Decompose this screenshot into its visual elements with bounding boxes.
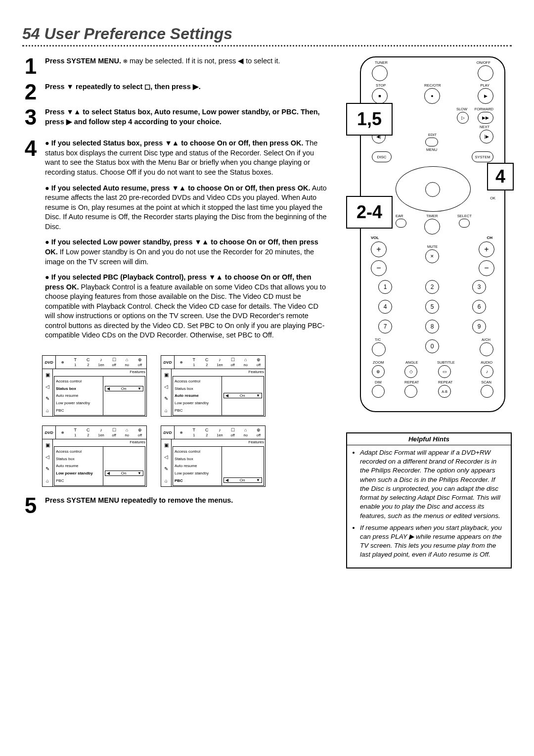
ok-button[interactable] — [425, 182, 440, 197]
menu-screenshot: DVD⎈T1C2♪1en☐off⌂no⊕off▣◁✎⌂FeaturesAcces… — [42, 425, 147, 487]
timer-button[interactable] — [424, 219, 440, 235]
ach-button[interactable] — [480, 342, 493, 356]
label-ach: A/CH — [482, 337, 490, 342]
callout-4: 4 — [487, 163, 514, 190]
numpad-9[interactable]: 9 — [472, 320, 486, 333]
page-title: 54 User Preference Settings — [22, 25, 512, 43]
label-ok: OK — [490, 196, 495, 200]
label-repeat: REPEAT — [404, 380, 419, 384]
label-edit: EDIT — [428, 133, 437, 137]
label-audio: AUDIO — [481, 360, 492, 365]
edit-button[interactable] — [425, 138, 438, 146]
ch-up-button[interactable]: + — [479, 241, 494, 257]
subtitle-button[interactable]: ▭ — [438, 365, 451, 378]
step-number: 2 — [22, 82, 39, 102]
numpad-1[interactable]: 1 — [378, 280, 392, 294]
step-2: 2Press ▼ repeatedly to select ◻, then pr… — [22, 82, 329, 102]
repeat-button[interactable] — [404, 385, 417, 398]
menu-screenshot: DVD⎈T1C2♪1en☐off⌂no⊕off▣◁✎⌂FeaturesAcces… — [161, 355, 266, 417]
helpful-hints: Helpful Hints Adapt Disc Format will app… — [346, 432, 512, 568]
label-subtitle: SUBTITLE — [437, 360, 455, 365]
tc-button[interactable] — [372, 342, 386, 356]
step-1: 1Press SYSTEM MENU. ⎈ may be selected. I… — [22, 56, 329, 76]
numpad-2[interactable]: 2 — [425, 280, 439, 294]
rec-button[interactable]: ● — [424, 88, 440, 104]
label-onoff: ON/OFF — [477, 60, 490, 65]
vol-down-button[interactable]: − — [371, 260, 387, 276]
label-stop: STOP — [376, 83, 386, 88]
page-title-text: User Preference Settings — [44, 25, 232, 43]
zoom-button[interactable]: ⊕ — [372, 365, 385, 378]
audio-button[interactable]: ♪ — [481, 365, 493, 378]
callout-1-5: 1,5 — [346, 103, 393, 136]
step-body: ● If you selected Status box, press ▼▲ t… — [45, 139, 329, 346]
step-body: Press SYSTEM MENU repeatedly to remove t… — [45, 496, 233, 516]
step-number: 3 — [22, 107, 39, 133]
onoff-button[interactable] — [478, 65, 493, 81]
label-timer: TIMER — [426, 214, 438, 218]
numpad-3[interactable]: 3 — [472, 280, 486, 294]
page-number: 54 — [22, 25, 40, 43]
angle-button[interactable]: ◇ — [404, 365, 417, 378]
label-vol: VOL — [371, 236, 379, 240]
select-button[interactable] — [459, 219, 470, 228]
label-forward: FORWARD — [475, 107, 493, 111]
label-ch: CH — [487, 236, 492, 240]
label-dim: DIM — [375, 380, 382, 384]
label-zoom: ZOOM — [373, 360, 384, 365]
ear-button[interactable] — [396, 219, 406, 228]
system-button[interactable]: SYSTEM — [472, 151, 493, 162]
label-next: NEXT — [480, 125, 490, 129]
disc-button[interactable]: DISC — [372, 151, 392, 162]
step-5: 5Press SYSTEM MENU repeatedly to remove … — [22, 496, 329, 516]
stop-button[interactable]: ■ — [372, 88, 388, 104]
label-menu: MENU — [426, 147, 437, 152]
label-scan: SCAN — [481, 380, 491, 384]
remote-diagram: TUNER ON/OFF STOP REC/OTR PLAY ■ ● ▶ SLO… — [346, 56, 512, 423]
numpad-6[interactable]: 6 — [472, 300, 486, 314]
slow-button[interactable]: ▷ — [457, 112, 469, 124]
hint-item: Adapt Disc Format will appear if a DVD+R… — [360, 448, 506, 520]
label-tuner: TUNER — [375, 60, 388, 65]
scan-button[interactable] — [481, 385, 493, 398]
label-mute: MUTE — [427, 244, 438, 249]
numpad-7[interactable]: 7 — [378, 320, 392, 333]
play-button[interactable]: ▶ — [478, 88, 493, 104]
vol-up-button[interactable]: + — [371, 241, 387, 257]
numpad-5[interactable]: 5 — [425, 300, 439, 314]
next-button[interactable]: |▶ — [480, 130, 493, 143]
label-play: PLAY — [480, 83, 490, 88]
tuner-button[interactable] — [372, 65, 388, 81]
menu-screenshots: DVD⎈T1C2♪1en☐off⌂no⊕off▣◁✎⌂FeaturesAcces… — [42, 355, 329, 487]
step-body: Press ▼▲ to select Status box, Auto resu… — [45, 107, 329, 133]
mute-button[interactable]: ✕ — [425, 249, 439, 263]
numpad-4[interactable]: 4 — [378, 300, 392, 314]
dim-button[interactable] — [372, 385, 385, 398]
numpad-0[interactable]: 0 — [425, 339, 439, 353]
label-ear: EAR — [396, 214, 403, 218]
label-angle: ANGLE — [405, 360, 418, 365]
step-number: 4 — [22, 139, 39, 346]
label-tc: T/C — [375, 337, 381, 342]
step-3: 3Press ▼▲ to select Status box, Auto res… — [22, 107, 329, 133]
hint-item: If resume appears when you start playbac… — [360, 523, 506, 560]
step-body: Press ▼ repeatedly to select ◻, then pre… — [45, 82, 201, 102]
numpad-8[interactable]: 8 — [425, 320, 439, 333]
step-number: 5 — [22, 496, 39, 516]
step-body: Press SYSTEM MENU. ⎈ may be selected. If… — [45, 56, 280, 76]
step-number: 1 — [22, 56, 39, 76]
menu-screenshot: DVD⎈T1C2♪1en☐off⌂no⊕off▣◁✎⌂FeaturesAcces… — [42, 355, 147, 417]
label-select: SELECT — [457, 214, 472, 218]
label-slow: SLOW — [456, 107, 467, 111]
repeat-ab-button[interactable]: A-B — [438, 385, 451, 398]
helpful-hints-title: Helpful Hints — [347, 433, 511, 445]
menu-screenshot: DVD⎈T1C2♪1en☐off⌂no⊕off▣◁✎⌂FeaturesAcces… — [161, 425, 266, 487]
label-recotr: REC/OTR — [424, 83, 441, 88]
step-4: 4● If you selected Status box, press ▼▲ … — [22, 139, 329, 346]
callout-2-4: 2-4 — [346, 196, 393, 229]
forward-button[interactable]: ▶▶ — [478, 112, 493, 124]
ch-down-button[interactable]: − — [479, 260, 494, 276]
divider-dotted — [22, 45, 512, 47]
label-repeat2: REPEAT — [438, 380, 452, 384]
